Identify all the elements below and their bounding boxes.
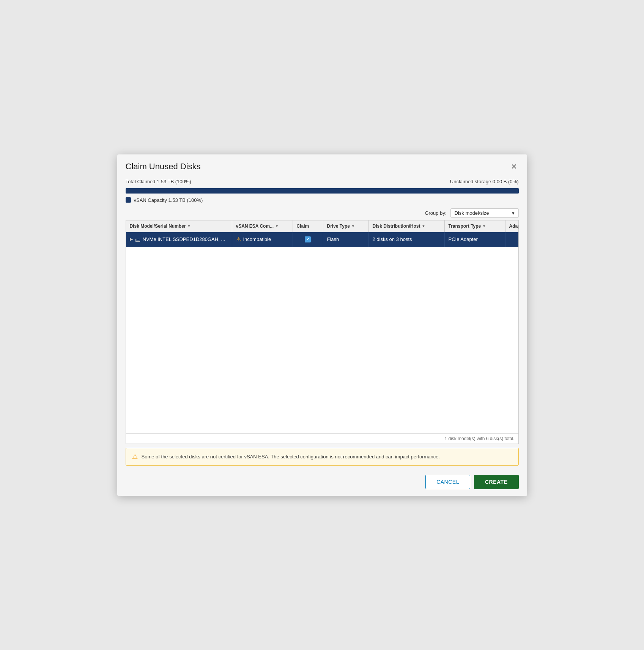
warning-banner-icon: ⚠ (132, 453, 138, 461)
filter-icon-drive-type[interactable]: ▼ (351, 224, 355, 228)
th-transport-type: Transport Type ▼ (445, 220, 505, 232)
table-footer-note: 1 disk model(s) with 6 disk(s) total. (126, 433, 518, 444)
dialog-footer: CANCEL CREATE (117, 469, 527, 496)
td-drive-type: Flash (323, 232, 369, 247)
th-adapter: Adapter ▼ (505, 220, 519, 232)
filter-icon-vsan-esa[interactable]: ▼ (275, 224, 279, 228)
th-disk-model: Disk Model/Serial Number ▼ (126, 220, 232, 232)
td-adapter (505, 232, 518, 247)
table-body: ▶ 🖴 NVMe INTEL SSDPED1D280GAH, ... ⚠ Inc… (126, 232, 518, 433)
td-disk-model: ▶ 🖴 NVMe INTEL SSDPED1D280GAH, ... (126, 232, 232, 247)
expand-row-icon[interactable]: ▶ (130, 237, 133, 242)
vsan-capacity-row: vSAN Capacity 1.53 TB (100%) (117, 196, 527, 206)
drive-type-value: Flash (327, 236, 339, 242)
filter-icon-disk-distribution[interactable]: ▼ (422, 224, 425, 228)
th-vsan-esa: vSAN ESA Com... ▼ (232, 220, 293, 232)
table-row: ▶ 🖴 NVMe INTEL SSDPED1D280GAH, ... ⚠ Inc… (126, 232, 518, 247)
group-by-row: Group by: Disk model/size ▾ (117, 206, 527, 220)
group-by-dropdown[interactable]: Disk model/size ▾ (450, 208, 519, 218)
dialog-header: Claim Unused Disks ✕ (117, 154, 527, 176)
td-claim[interactable] (293, 232, 323, 247)
vsan-capacity-label: vSAN Capacity 1.53 TB (100%) (134, 197, 203, 203)
td-disk-distribution: 2 disks on 3 hosts (369, 232, 445, 247)
td-transport-type: PCIe Adapter (445, 232, 505, 247)
progress-bar-fill (126, 188, 519, 194)
total-claimed-label: Total Claimed 1.53 TB (100%) (126, 179, 191, 184)
progress-bar-container (126, 188, 519, 194)
td-vsan-esa: ⚠ Incompatible (232, 232, 293, 247)
chevron-down-icon: ▾ (512, 210, 515, 216)
disk-distribution-value: 2 disks on 3 hosts (373, 236, 412, 242)
unclaimed-storage-label: Unclaimed storage 0.00 B (0%) (450, 179, 519, 184)
cancel-button[interactable]: CANCEL (425, 475, 470, 489)
table-header: Disk Model/Serial Number ▼ vSAN ESA Com.… (126, 220, 518, 232)
disk-table: Disk Model/Serial Number ▼ vSAN ESA Com.… (126, 220, 519, 444)
dialog-title: Claim Unused Disks (126, 162, 201, 172)
claim-unused-disks-dialog: Claim Unused Disks ✕ Total Claimed 1.53 … (117, 154, 527, 496)
disk-icon: 🖴 (135, 236, 140, 242)
summary-section: Total Claimed 1.53 TB (100%) Unclaimed s… (117, 176, 527, 186)
filter-icon-transport-type[interactable]: ▼ (482, 224, 486, 228)
vsan-esa-value: Incompatible (243, 236, 271, 242)
transport-type-value: PCIe Adapter (449, 236, 478, 242)
th-claim: Claim (293, 220, 323, 232)
create-button[interactable]: CREATE (474, 475, 519, 489)
group-by-selected-value: Disk model/size (455, 210, 489, 216)
disk-model-value: NVMe INTEL SSDPED1D280GAH, ... (143, 236, 225, 242)
warning-triangle-icon: ⚠ (236, 236, 241, 243)
group-by-label: Group by: (425, 210, 446, 216)
warning-banner-message: Some of the selected disks are not certi… (142, 454, 440, 460)
filter-icon-disk-model[interactable]: ▼ (187, 224, 191, 228)
warning-banner: ⚠ Some of the selected disks are not cer… (126, 448, 519, 466)
claim-checkbox[interactable] (305, 236, 311, 242)
th-drive-type: Drive Type ▼ (323, 220, 369, 232)
th-disk-distribution: Disk Distribution/Host ▼ (369, 220, 445, 232)
vsan-color-indicator (126, 197, 131, 203)
close-button[interactable]: ✕ (509, 161, 519, 172)
